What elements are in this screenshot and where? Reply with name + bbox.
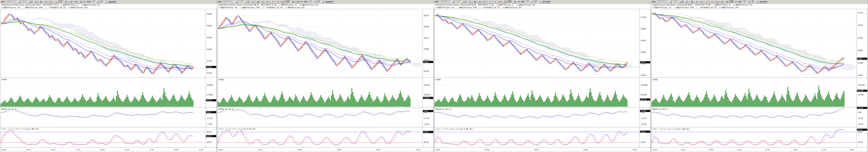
axis-value-tag: 41,250 <box>857 90 867 92</box>
period-button-月[interactable]: 月 <box>694 0 699 3</box>
svg-text:03/07: 03/07 <box>849 149 854 151</box>
minute-button-10[interactable]: 10 <box>715 0 719 3</box>
contract-month-select[interactable]: 12/03 ▾ <box>455 1 464 3</box>
period-button-週[interactable]: 週 <box>256 0 260 3</box>
period-button-日[interactable]: 日 <box>34 0 38 3</box>
mode-select[interactable]: 通常 ▾ <box>533 1 541 3</box>
legend-color-marker <box>68 7 70 8</box>
chevron-down-icon: ▾ <box>679 1 681 3</box>
period-button-年[interactable]: 年 <box>49 0 53 3</box>
contract-month-select[interactable]: 12/03 ▾ <box>238 1 247 3</box>
svg-text:9,660: 9,660 <box>641 28 646 30</box>
legend-items-row1: 移動平均(Close, 5)移動平均(Close, 25) <box>496 4 535 6</box>
chart-title: 日経225mini(12/03) 60分足, 2012/02/20 08:45 … <box>652 4 711 6</box>
draw-judge-button[interactable]: 描画判断 <box>542 0 551 3</box>
chevron-down-icon: ▾ <box>96 1 99 3</box>
chart-title: 日経225mini(12/03) 5分足, 2012/03/05 08:45 -… <box>1 4 59 6</box>
minute-button-30[interactable]: 30 <box>291 0 296 3</box>
minute-button-5[interactable]: 5 <box>710 0 715 3</box>
draw-judge-button[interactable]: 描画判断 <box>759 0 768 3</box>
svg-text:9,500: 9,500 <box>641 74 646 77</box>
svg-text:50,000: 50,000 <box>424 84 430 86</box>
minute-button-1[interactable]: 1 <box>54 0 59 3</box>
bar-count-select[interactable]: 500 ▾ <box>525 1 533 3</box>
legend-row-2: 移動平均(Close, 75)移動平均(Close, 100)一目均衡表(9, … <box>0 6 217 9</box>
mode-select[interactable]: 通常 ▾ <box>750 1 758 3</box>
svg-text:9,645: 9,645 <box>424 26 429 28</box>
chart-area: 出来高 MACD( 12, 26, 9 ) スロー・ストキャスティクス( 14,… <box>0 9 217 152</box>
minute-button-1[interactable]: 1 <box>705 0 710 3</box>
chart-toolbar: 銘柄 日経225mini ▾ 12/03 ▾ 足 日週月年 1510153060… <box>0 0 217 4</box>
contract-month-value: 12/03 <box>673 1 678 3</box>
minute-button-30[interactable]: 30 <box>74 0 79 3</box>
period-button-日[interactable]: 日 <box>251 0 255 3</box>
svg-text:01:20: 01:20 <box>125 149 129 151</box>
axis-value-tag: 21.07 <box>423 131 433 133</box>
symbol-select[interactable]: 日経225mini ▾ <box>439 1 455 3</box>
svg-text:-8.61: -8.61 <box>207 111 211 113</box>
minute-button-5[interactable]: 5 <box>276 0 281 3</box>
period-button-月[interactable]: 月 <box>260 0 265 3</box>
chart-toolbar: 銘柄 日経225mini ▾ 12/03 ▾ 足 日週月年 1510153060… <box>217 0 434 4</box>
bar-count-select[interactable]: 500 ▾ <box>91 1 99 3</box>
period-button-年[interactable]: 年 <box>700 0 704 3</box>
legend-item: 移動平均(Close, 40) <box>719 6 739 9</box>
period-button-年[interactable]: 年 <box>266 0 270 3</box>
bar-count-select[interactable]: 500 ▾ <box>308 1 316 3</box>
symbol-select[interactable]: 日経225mini ▾ <box>222 1 238 3</box>
minute-button-15[interactable]: 15 <box>720 0 724 3</box>
legend-color-marker <box>502 7 504 8</box>
minute-button-60[interactable]: 60 <box>513 0 517 3</box>
minute-button-60[interactable]: 60 <box>730 0 734 3</box>
period-button-日[interactable]: 日 <box>468 0 472 3</box>
period-button-月[interactable]: 月 <box>477 0 482 3</box>
legend-row-1: 日経225mini(12/03) 15分足, 2012/03/02 08:45 … <box>217 4 434 6</box>
minute-button-10[interactable]: 10 <box>281 0 285 3</box>
minute-button-1[interactable]: 1 <box>488 0 493 3</box>
minute-button-15[interactable]: 15 <box>503 0 507 3</box>
draw-judge-button[interactable]: 描画判断 <box>108 0 117 3</box>
period-button-週[interactable]: 週 <box>39 0 43 3</box>
period-button-月[interactable]: 月 <box>43 0 48 3</box>
legend-item: 移動平均(Close, 100) <box>457 6 477 9</box>
minute-button-10[interactable]: 10 <box>64 0 68 3</box>
stoch-section-label: スロー・ストキャスティクス( 14, 3, 80, 20 ) <box>652 128 690 130</box>
minute-button-15[interactable]: 15 <box>69 0 73 3</box>
period-button-年[interactable]: 年 <box>483 0 487 3</box>
period-button-週[interactable]: 週 <box>690 0 694 3</box>
svg-text:9,630: 9,630 <box>858 37 863 39</box>
minute-button-5[interactable]: 5 <box>59 0 64 3</box>
svg-text:-12.50: -12.50 <box>207 117 212 119</box>
axis-value-tag: 9,555 <box>206 66 216 68</box>
legend-color-marker <box>435 7 437 8</box>
contract-month-select[interactable]: 12/03 ▾ <box>21 1 30 3</box>
minute-button-60[interactable]: 60 <box>296 0 300 3</box>
legend-item: 移動平均(Close, 75) <box>1 6 21 9</box>
legend-items-row1: 移動平均(Close, 5)移動平均(Close, 25) <box>713 4 752 6</box>
chevron-down-icon: ▾ <box>28 1 30 3</box>
chevron-down-icon: ▾ <box>452 1 454 3</box>
minute-button-15[interactable]: 15 <box>286 0 290 3</box>
charts-svg: 9,6759,6459,6159,5859,5559,52503/0512:00… <box>217 9 434 152</box>
minute-button-60[interactable]: 60 <box>79 0 83 3</box>
mode-select[interactable]: 通常 ▾ <box>99 1 107 3</box>
symbol-select[interactable]: 日経225mini ▾ <box>656 1 672 3</box>
symbol-select[interactable]: 日経225mini ▾ <box>5 1 21 3</box>
legend-item: 移動平均(Close, 40) <box>68 6 88 9</box>
legend-color-marker <box>457 7 459 8</box>
minute-unit-label: 分 <box>301 1 303 3</box>
mode-select[interactable]: 通常 ▾ <box>316 1 324 3</box>
bar-count-select[interactable]: 500 ▾ <box>742 1 750 3</box>
contract-month-select[interactable]: 12/03 ▾ <box>672 1 681 3</box>
draw-judge-button[interactable]: 描画判断 <box>325 0 334 3</box>
minute-button-10[interactable]: 10 <box>498 0 502 3</box>
legend-item: 移動平均(Close, 5) <box>61 4 79 6</box>
minute-button-5[interactable]: 5 <box>493 0 498 3</box>
minute-button-1[interactable]: 1 <box>271 0 276 3</box>
legend-item: 一目均衡表(9, 26, 52) <box>45 6 66 9</box>
period-button-週[interactable]: 週 <box>473 0 477 3</box>
minute-button-30[interactable]: 30 <box>508 0 513 3</box>
legend-item-label: 移動平均(Close, 25) <box>736 4 752 6</box>
period-button-日[interactable]: 日 <box>685 0 689 3</box>
minute-button-30[interactable]: 30 <box>725 0 730 3</box>
